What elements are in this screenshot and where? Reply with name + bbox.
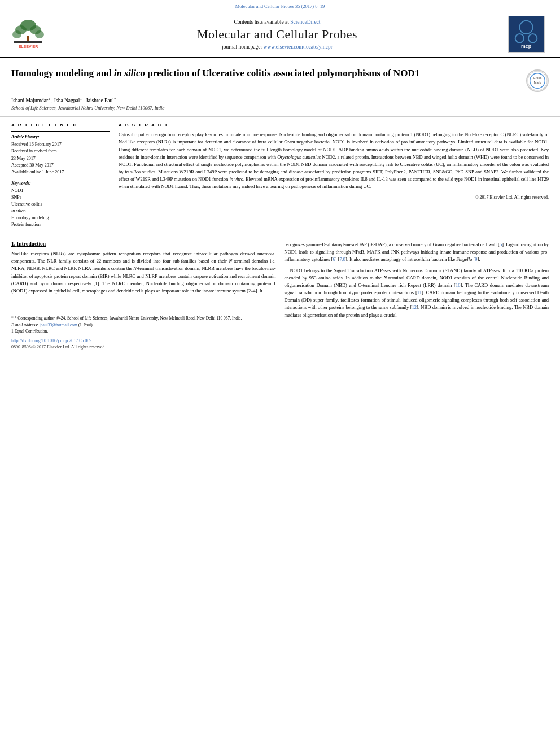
svg-text:Mark: Mark bbox=[534, 81, 541, 84]
crossmark-icon: Cross Mark bbox=[526, 69, 549, 92]
email-label-text: E-mail address: bbox=[11, 322, 40, 327]
article-title-section: Homology modeling and in silico predicti… bbox=[0, 58, 560, 117]
svg-point-5 bbox=[35, 30, 44, 38]
article-info-column: A R T I C L E I N F O Article history: R… bbox=[11, 123, 110, 228]
journal-ref-bar: Molecular and Cellular Probes 35 (2017) … bbox=[0, 0, 560, 11]
intro-body-text: Nod-like receptors (NLRs) are cytoplasmi… bbox=[11, 250, 276, 295]
contents-available: Contents lists available at ScienceDirec… bbox=[51, 19, 504, 25]
elsevier-logo-icon: ELSEVIER bbox=[8, 19, 48, 50]
main-left-column: 1. Introduction Nod-like receptors (NLRs… bbox=[11, 241, 276, 350]
history-label: Article history: bbox=[11, 134, 110, 139]
affiliation-text: School of Life Sciences, Jawaharlal Nehr… bbox=[11, 105, 549, 111]
revised-date: 23 May 2017 bbox=[11, 155, 110, 161]
intro-paragraph-1: Nod-like receptors (NLRs) are cytoplasmi… bbox=[11, 250, 276, 295]
main-content: 1. Introduction Nod-like receptors (NLRs… bbox=[0, 234, 560, 356]
svg-text:Cross: Cross bbox=[533, 76, 542, 80]
page-container: Molecular and Cellular Probes 35 (2017) … bbox=[0, 0, 560, 747]
homepage-line: journal homepage: www.elsevier.com/locat… bbox=[51, 44, 504, 50]
keyword-4: in silico bbox=[11, 208, 110, 215]
author1-name: Ishani Majumdar bbox=[11, 98, 48, 103]
right-para-1: recognizes gamma-D-glutamyl-meso-DAP (iE… bbox=[285, 241, 549, 264]
doi-area: http://dx.doi.org/10.1016/j.mcp.2017.05.… bbox=[11, 338, 276, 350]
doi-link[interactable]: http://dx.doi.org/10.1016/j.mcp.2017.05.… bbox=[11, 338, 276, 343]
author1-sup: 1 bbox=[48, 97, 50, 101]
ref-5[interactable]: 5 bbox=[500, 242, 502, 247]
section-title-text: Introduction bbox=[17, 241, 46, 247]
email-line: E-mail address: jpaul33@hotmail.com (J. … bbox=[11, 322, 276, 327]
keyword-6: Protein function bbox=[11, 221, 110, 228]
mcp-logo-icon: mcp bbox=[508, 16, 545, 53]
equal-contribution: 1 Equal Contribution. bbox=[11, 329, 276, 334]
title-part1: Homology modeling and bbox=[11, 68, 114, 78]
abstract-header: A B S T R A C T bbox=[119, 123, 549, 128]
abstract-column: A B S T R A C T Cytosolic pattern recogn… bbox=[119, 123, 549, 228]
svg-text:mcp: mcp bbox=[521, 43, 531, 49]
homepage-url[interactable]: www.elsevier.com/locate/ymcpr bbox=[264, 44, 333, 50]
email-person: (J. Paul). bbox=[78, 322, 94, 327]
copyright-text: © 2017 Elsevier Ltd. All rights reserved… bbox=[119, 194, 549, 201]
science-direct-link[interactable]: ScienceDirect bbox=[290, 19, 320, 25]
svg-point-4 bbox=[12, 30, 21, 38]
journal-ref-text: Molecular and Cellular Probes 35 (2017) … bbox=[235, 3, 325, 9]
article-info-abstract-section: A R T I C L E I N F O Article history: R… bbox=[0, 117, 560, 234]
section-number: 1. bbox=[11, 241, 15, 247]
article-title-row: Homology modeling and in silico predicti… bbox=[11, 67, 549, 92]
homepage-prefix: journal homepage: bbox=[222, 44, 262, 50]
author3-sup: * bbox=[114, 97, 116, 101]
right-body-text: recognizes gamma-D-glutamyl-meso-DAP (iE… bbox=[285, 241, 549, 319]
journal-title: Molecular and Cellular Probes bbox=[51, 27, 504, 42]
abstract-paragraph: Cytosolic pattern recognition receptors … bbox=[119, 131, 549, 190]
ref-11[interactable]: 11 bbox=[417, 290, 422, 295]
email-address[interactable]: jpaul33@hotmail.com bbox=[40, 322, 77, 327]
article-info-block: Article history: Received 16 February 20… bbox=[11, 131, 110, 228]
keyword-1: NOD1 bbox=[11, 187, 110, 194]
issn-line: 0890-8508/© 2017 Elsevier Ltd. All right… bbox=[11, 344, 276, 350]
authors-line: Ishani Majumdar1 , Isha Nagpal1 , Jaishr… bbox=[11, 97, 549, 103]
ref-9[interactable]: 9 bbox=[475, 256, 477, 262]
journal-header: ELSEVIER Contents lists available at Sci… bbox=[0, 11, 560, 58]
right-para-2: NOD1 belongs to the Signal Transduction … bbox=[285, 267, 549, 319]
received-date: Received 16 February 2017 bbox=[11, 141, 110, 147]
svg-rect-7 bbox=[14, 41, 42, 43]
footnote-divider bbox=[11, 312, 117, 312]
author3-name: , Jaishree Paul bbox=[83, 98, 114, 103]
main-right-column: recognizes gamma-D-glutamyl-meso-DAP (iE… bbox=[285, 241, 549, 350]
accepted-date: Accepted 30 May 2017 bbox=[11, 162, 110, 168]
svg-text:ELSEVIER: ELSEVIER bbox=[19, 45, 38, 49]
ref-7-8[interactable]: 7,8 bbox=[339, 256, 345, 262]
keyword-3: Ulcerative colitis bbox=[11, 201, 110, 208]
author2-name: , Isha Nagpal bbox=[51, 98, 80, 103]
mcp-logo-area: mcp bbox=[504, 16, 549, 53]
ref-6[interactable]: 6 bbox=[333, 256, 335, 262]
ref-12[interactable]: 12 bbox=[412, 304, 417, 310]
keywords-section: Keywords: NOD1 SNPs Ulcerative colitis i… bbox=[11, 181, 110, 228]
contents-text: Contents lists available at bbox=[234, 19, 288, 25]
keyword-2: SNPs bbox=[11, 194, 110, 201]
keyword-5: Homology modeling bbox=[11, 215, 110, 221]
revised-label: Received in revised form bbox=[11, 148, 110, 154]
author2-sup: 1 bbox=[80, 97, 82, 101]
title-part2: prediction of Ulcerative colitis associa… bbox=[145, 68, 419, 78]
footnotes-area: * * Corresponding author. #424, School o… bbox=[11, 312, 276, 334]
online-date: Available online 1 June 2017 bbox=[11, 169, 110, 175]
journal-header-center: Contents lists available at ScienceDirec… bbox=[51, 16, 504, 53]
ref-10[interactable]: 10 bbox=[456, 282, 461, 288]
footnote-star-text: * * Corresponding author. #424, School o… bbox=[11, 315, 276, 321]
title-italic: in silico bbox=[114, 68, 145, 78]
crossmark-badge[interactable]: Cross Mark bbox=[526, 69, 549, 92]
article-title: Homology modeling and in silico predicti… bbox=[11, 67, 419, 80]
article-info-header: A R T I C L E I N F O bbox=[11, 123, 110, 128]
elsevier-logo-area: ELSEVIER bbox=[6, 16, 51, 53]
footnote-star-content: * Corresponding author. #424, School of … bbox=[15, 316, 242, 321]
keywords-label: Keywords: bbox=[11, 181, 110, 186]
intro-section-title: 1. Introduction bbox=[11, 241, 276, 247]
abstract-text: Cytosolic pattern recognition receptors … bbox=[119, 131, 549, 201]
